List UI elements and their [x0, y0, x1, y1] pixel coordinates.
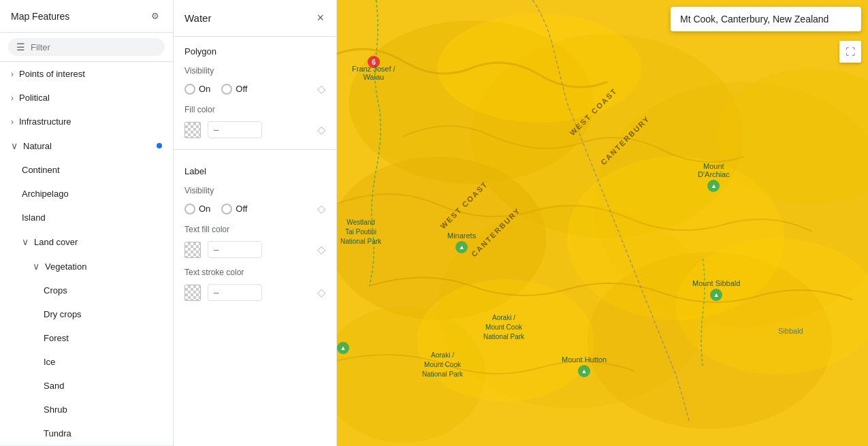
label-visibility-label: Visibility [174, 180, 336, 198]
visibility-label: Visibility [174, 61, 336, 78]
label-visibility-diamond-btn[interactable]: ◇ [317, 202, 325, 215]
sidebar-item-label: Points of interest [19, 69, 85, 79]
fullscreen-button[interactable]: ⛶ [839, 41, 861, 63]
sidebar-item-dry-crops[interactable]: Dry crops [0, 302, 173, 326]
sidebar-item-points-of-interest[interactable]: › Points of interest [0, 62, 173, 86]
label-visibility-row: On Off ◇ [174, 198, 336, 219]
filter-icon: ☰ [16, 42, 25, 52]
sidebar-item-island[interactable]: Island [0, 206, 173, 229]
chevron-down-icon: ∨ [11, 140, 18, 151]
polygon-section-title: Polygon [174, 37, 336, 61]
label-on-label: On [199, 204, 210, 214]
label-visibility-off-option[interactable]: Off [221, 204, 247, 214]
chevron-right-icon: › [11, 117, 14, 127]
label-visibility-on-option[interactable]: On [184, 204, 210, 214]
water-panel: Water × Polygon Visibility On Off ◇ Fill… [174, 0, 337, 446]
fill-color-row: – ◇ [174, 117, 336, 142]
sidebar-item-crops[interactable]: Crops [0, 278, 173, 302]
sidebar-item-ice[interactable]: Ice [0, 350, 173, 374]
label-radio-off [221, 204, 232, 214]
poi-mount-sibbald: Mount Sibbald ▲ [692, 279, 740, 301]
text-stroke-color-swatch[interactable] [184, 285, 201, 301]
sidebar: Map Features ⚙ ☰ › Points of interest › … [0, 0, 174, 446]
poi-mount-sibbald-marker: ▲ [710, 289, 722, 301]
label-section-title: Label [174, 157, 336, 180]
route-marker-6: 6 [368, 56, 380, 68]
sidebar-item-archipelago[interactable]: Archipelago [0, 182, 173, 206]
map-label-aoraki-2: Aoraki /Mount CookNational Park [422, 351, 463, 379]
water-panel-header: Water × [174, 0, 336, 37]
fill-color-label: Fill color [174, 99, 336, 117]
gear-icon: ⚙ [151, 11, 159, 21]
map-label-aoraki-1: Aoraki /Mount CookNational Park [483, 313, 524, 342]
filter-input-wrap: ☰ [8, 38, 165, 56]
poi-minarets-marker: ▲ [455, 241, 468, 253]
diamond-icon: ◇ [317, 82, 325, 95]
sidebar-item-natural[interactable]: ∨ Natural [0, 133, 173, 158]
nav-list: › Points of interest › Political › Infra… [0, 62, 173, 446]
text-stroke-color-label: Text stroke color [174, 262, 336, 280]
sidebar-item-forest[interactable]: Forest [0, 326, 173, 350]
sidebar-item-label: Continent [22, 165, 60, 175]
fullscreen-wrap: ⛶ [839, 41, 861, 63]
visibility-row: On Off ◇ [174, 78, 336, 99]
sidebar-header: Map Features ⚙ [0, 0, 173, 33]
fill-color-diamond-btn[interactable]: ◇ [317, 123, 325, 136]
poi-minarets-label: Minarets [447, 232, 476, 240]
chevron-down-icon: ∨ [22, 236, 29, 247]
sidebar-item-label: Island [22, 212, 46, 223]
poi-mount-sibbald-label: Mount Sibbald [692, 279, 740, 287]
visibility-on-option[interactable]: On [184, 84, 210, 95]
close-icon: × [317, 11, 324, 25]
text-fill-color-row: – ◇ [174, 237, 336, 262]
visibility-diamond-btn[interactable]: ◇ [317, 82, 325, 95]
map-terrain-svg [337, 0, 868, 446]
sidebar-item-political[interactable]: › Political [0, 86, 173, 110]
sidebar-item-vegetation[interactable]: ∨ Vegetation [0, 254, 173, 278]
filter-bar: ☰ [0, 33, 173, 62]
text-stroke-diamond-btn[interactable]: ◇ [317, 286, 325, 299]
poi-mount-hutton-label: Mount Hutton [562, 355, 607, 364]
fill-color-swatch[interactable] [184, 122, 201, 138]
text-fill-diamond-btn[interactable]: ◇ [317, 243, 325, 256]
fill-color-value[interactable]: – [208, 121, 262, 138]
close-button[interactable]: × [315, 10, 325, 27]
sidebar-item-infrastructure[interactable]: › Infrastructure [0, 110, 173, 133]
text-fill-color-value[interactable]: – [208, 241, 262, 258]
map-area[interactable]: 6 Franz Josef /Waiau WEST COAST CANTERBU… [337, 0, 868, 446]
sidebar-item-label: Land cover [34, 237, 78, 247]
sidebar-item-shrub[interactable]: Shrub [0, 398, 173, 421]
sidebar-item-label: Infrastructure [19, 116, 71, 127]
text-stroke-color-value[interactable]: – [208, 284, 262, 301]
poi-mt-darchiac-marker: ▲ [707, 180, 720, 192]
sidebar-item-tundra[interactable]: Tundra [0, 421, 173, 445]
poi-aoraki-marker: ▲ [337, 342, 349, 354]
off-label: Off [236, 84, 247, 94]
text-stroke-color-row: – ◇ [174, 280, 336, 305]
diamond-icon: ◇ [317, 123, 325, 136]
modified-dot [157, 143, 162, 148]
poi-mt-darchiac: MountD'Archiac ▲ [698, 162, 730, 192]
diamond-icon: ◇ [317, 243, 325, 256]
chevron-down-icon: ∨ [33, 261, 39, 272]
gear-button[interactable]: ⚙ [148, 8, 162, 24]
svg-point-9 [438, 14, 642, 123]
search-value: Mt Cook, Canterbury, New Zealand [680, 14, 829, 25]
sidebar-item-land-cover[interactable]: ∨ Land cover [0, 229, 173, 254]
text-fill-color-swatch[interactable] [184, 242, 201, 258]
map-label-sibbald: Sibbald [778, 327, 803, 335]
sidebar-item-sand[interactable]: Sand [0, 374, 173, 398]
sidebar-item-continent[interactable]: Continent [0, 158, 173, 182]
visibility-off-option[interactable]: Off [221, 84, 247, 95]
poi-mt-darchiac-label: MountD'Archiac [698, 162, 730, 178]
on-label: On [199, 84, 210, 94]
sidebar-item-label: Forest [44, 333, 69, 343]
label-off-label: Off [236, 204, 247, 214]
chevron-right-icon: › [11, 69, 14, 79]
fullscreen-icon: ⛶ [846, 46, 855, 57]
sidebar-item-label: Shrub [44, 404, 67, 415]
label-radio-on [184, 204, 195, 214]
sidebar-item-label: Crops [44, 285, 67, 296]
filter-input[interactable] [31, 42, 157, 52]
sidebar-item-label: Vegetation [45, 261, 86, 272]
